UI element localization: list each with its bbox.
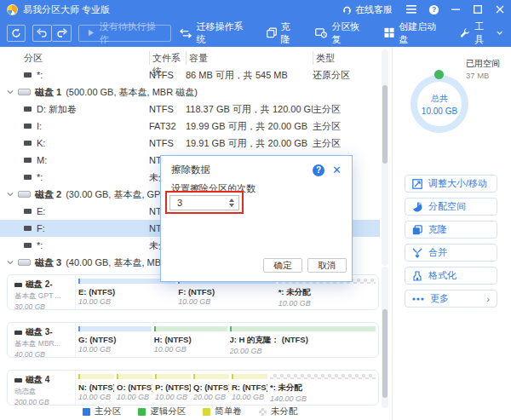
col-header-filesystem: 文件系统 (149, 51, 186, 65)
partition-block[interactable]: H: (NTFS) 10.00 GB (154, 326, 227, 357)
create-bootable-disk-button[interactable]: 创建启动盘 (376, 19, 451, 47)
close-button[interactable] (489, 0, 511, 19)
disk-map-panel: 磁盘 3- 基本盘 MBR... 40.00 GB G: (NTFS) 10.0… (7, 322, 379, 358)
panels-scrollbar[interactable] (382, 267, 388, 408)
partition-icon (24, 158, 32, 163)
pending-operations-button[interactable]: 没有待执行操作 (78, 25, 171, 42)
redo-button[interactable] (52, 25, 72, 42)
partition-block[interactable]: G: (NTFS) 10.00 GB (78, 326, 152, 357)
format-button[interactable]: 格式化 (405, 267, 497, 285)
clone-button[interactable]: 克隆 (258, 19, 307, 47)
refresh-button[interactable] (7, 25, 26, 42)
allocate-space-button[interactable]: 分配空间 (405, 198, 497, 216)
dialog-title: 擦除数据 (171, 164, 210, 176)
legend-simple-volume: 简单卷 (203, 406, 242, 417)
col-header-partition: 分区 (0, 51, 149, 65)
dialog-close-icon[interactable]: ✕ (332, 164, 342, 175)
scrollbar-thumb[interactable] (382, 309, 388, 398)
partition-icon (24, 72, 32, 78)
partition-block[interactable]: N: (NTFS) 10.00 GB (78, 374, 114, 405)
partition-icon (24, 243, 32, 248)
disk-icon (18, 259, 31, 266)
chevron-right-icon: › (486, 294, 490, 304)
primary-partition-swatch (83, 408, 90, 416)
partition-block[interactable]: P: (NTFS) 10.00 GB (155, 374, 191, 405)
format-icon (412, 271, 422, 281)
tools-button[interactable]: 工具 (451, 19, 511, 47)
sidebar: 总共 10.00 GB 已用空间 37 MB 调整大小/移动 分配空间 (392, 47, 511, 420)
table-row-disk[interactable]: 磁盘 1 (500.00 GB, 基本盘, MBR 磁盘) (0, 83, 380, 101)
legend-primary-partition: 主分区 (83, 406, 122, 417)
partition-block[interactable]: E: (NTFS) 10.00 GB (78, 279, 175, 309)
unallocated-block[interactable]: *: 未分配 140.00 GB (270, 374, 376, 405)
app-logo-icon (7, 4, 18, 15)
app-title: 易我分区大师 专业版 (23, 3, 110, 16)
undo-button[interactable] (32, 25, 52, 42)
migrate-arrows-icon (180, 28, 192, 38)
resize-icon (412, 179, 422, 189)
app-window: 易我分区大师 专业版 在线客服 ? (0, 0, 511, 420)
recovery-icon (315, 27, 327, 38)
dialog-help-icon[interactable]: ? (313, 164, 324, 176)
ok-button[interactable]: 确定 (263, 258, 302, 273)
unallocated-swatch (259, 408, 267, 416)
partition-icon (24, 141, 32, 146)
online-support-button[interactable]: 在线客服 (335, 0, 400, 19)
clone-sidebar-button[interactable]: 克隆 (405, 221, 497, 239)
merge-button[interactable]: 合并 (405, 244, 497, 262)
partition-icon (24, 175, 32, 180)
disk-icon (14, 283, 22, 287)
partition-icon (24, 106, 32, 112)
partition-icon (24, 124, 32, 129)
headset-icon (342, 5, 352, 14)
logical-partition-swatch (138, 408, 146, 416)
merge-icon (412, 248, 422, 258)
disk-icon (14, 331, 22, 335)
partition-block[interactable]: J: H 的克隆： (NTFS) 20.00 GB (230, 326, 376, 357)
table-header: 分区 文件系统 容量 类型 (0, 49, 380, 66)
col-header-type: 类型 (313, 51, 380, 65)
partition-block[interactable]: O: (NTFS) 10.00 GB (117, 374, 152, 405)
disk-icon (18, 191, 31, 198)
total-label: 总共 (431, 93, 448, 105)
partition-recovery-button[interactable]: 分区恢复 (307, 19, 375, 47)
menu-icon[interactable] (400, 0, 422, 19)
legend-logical-partition: 逻辑分区 (138, 406, 186, 417)
partition-block[interactable]: F: (NTFS) 10.00 GB (178, 279, 275, 309)
partition-icon (24, 226, 32, 231)
wrench-icon (460, 27, 470, 38)
disk-icon (18, 89, 31, 95)
disk-icon (14, 378, 22, 383)
chevron-down-icon (497, 31, 502, 35)
table-row[interactable]: K: NTFS 19.91 GB 可用，共 20.00 GB 主分区 (0, 135, 380, 152)
svg-text:?: ? (431, 5, 435, 14)
unallocated-block[interactable]: *: 未分配 10.00 GB (278, 279, 376, 309)
resize-move-button[interactable]: 调整大小/移动 (405, 175, 497, 193)
partition-icon (24, 209, 32, 214)
table-row[interactable]: D: 新加卷 NTFS 118.37 GB 可用，共 120.00 GB 主分区 (0, 101, 380, 118)
maximize-button[interactable] (467, 0, 489, 19)
legend: 主分区 逻辑分区 简单卷 未分配 (0, 406, 380, 417)
partition-block[interactable]: Q: (NTFS) 20.00 GB (193, 374, 229, 405)
pie-icon (412, 202, 422, 212)
play-icon (88, 29, 95, 37)
total-value: 10.00 GB (422, 106, 457, 116)
chevron-down-icon (7, 191, 14, 198)
titlebar: 易我分区大师 专业版 在线客服 ? (0, 0, 511, 19)
chevron-down-icon (7, 259, 14, 266)
chevron-down-icon (7, 89, 14, 95)
minimize-button[interactable] (445, 0, 467, 19)
used-space-label: 已用空间 (466, 58, 500, 70)
more-button[interactable]: 更多 › (405, 290, 497, 308)
migrate-os-button[interactable]: 迁移操作系统 (171, 19, 257, 47)
help-icon[interactable]: ? (422, 0, 445, 19)
partition-block[interactable]: R: (NTFS) 10.00 GB (232, 374, 267, 405)
table-row[interactable]: I: FAT32 19.99 GB 可用，共 20.00 GB 主分区 (0, 118, 380, 135)
scrollbar-thumb[interactable] (382, 85, 388, 164)
simple-volume-swatch (203, 408, 210, 416)
used-space-value: 37 MB (466, 71, 500, 80)
table-row[interactable]: *: NTFS 86 MB 可用，共 545 MB 还原分区 (0, 66, 380, 83)
cancel-button[interactable]: 取消 (307, 258, 347, 273)
disk-map-panel: 磁盘 4 动态盘 200.00 GB N: (NTFS) 10.00 GB O:… (7, 370, 379, 406)
table-scrollbar[interactable] (382, 49, 388, 266)
